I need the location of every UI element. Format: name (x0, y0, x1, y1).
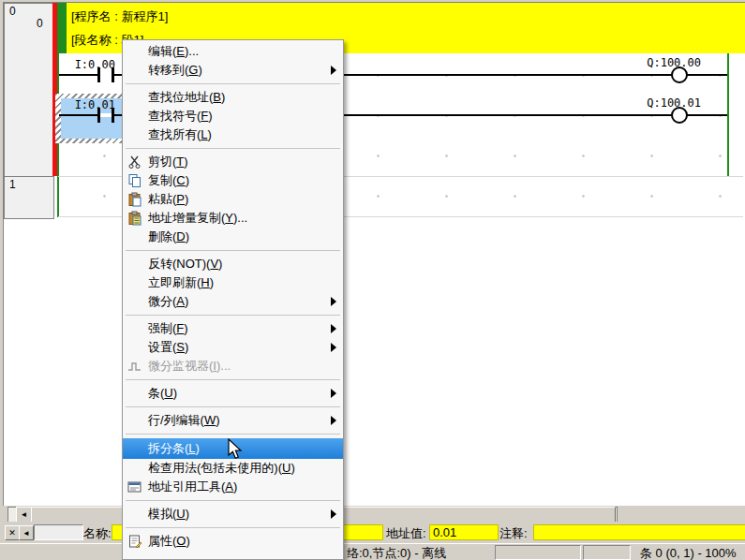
menu-item-3[interactable]: 查找位地址(B) (123, 88, 343, 107)
menu-separator (123, 496, 343, 505)
menu-item-label: 查找符号(F) (148, 108, 213, 125)
menu-separator (123, 246, 343, 255)
rung-number: 0 (9, 5, 16, 18)
menu-item-9[interactable]: 粘贴(P) (123, 190, 343, 209)
menu-separator (123, 523, 343, 532)
menu-item-label: 微分监视器(I)... (148, 358, 231, 375)
menu-item-7[interactable]: 剪切(T) (123, 153, 343, 171)
comment-label: 注释: (499, 525, 528, 542)
status-cell (495, 545, 581, 560)
close-button[interactable]: ✕ (5, 525, 20, 540)
properties-icon (127, 534, 142, 549)
menu-item-label: 模拟(U) (148, 506, 189, 523)
menu-item-label: 拆分条(L) (148, 440, 200, 457)
menu-item-label: 强制(F) (148, 320, 188, 337)
coil-label[interactable]: Q:100.00 (614, 56, 701, 69)
menu-item-label: 地址引用工具(A) (148, 479, 237, 495)
menu-item-27[interactable]: 地址引用工具(A) (123, 478, 343, 496)
rung-1-margin[interactable]: 1 (4, 176, 54, 219)
comment-field[interactable] (533, 524, 745, 540)
menu-item-21[interactable]: 条(U) (123, 384, 343, 403)
cursor-position-status: 条 0 (0, 1) - 100% (640, 545, 737, 560)
submenu-arrow-icon (331, 389, 336, 398)
rung-step-number: 0 (37, 17, 43, 30)
coil-label[interactable]: Q:100.01 (614, 96, 701, 110)
cx-programmer-window: 0 0 1 [程序名 : 新程序1] [段名称 : 段1] I:0.00 I:0… (0, 0, 745, 560)
scissors-icon (127, 155, 142, 169)
menu-item-13[interactable]: 反转(NOT)(V) (123, 255, 343, 273)
scroll-left-icon: ◄ (21, 510, 28, 519)
menu-item-19: 微分监视器(I)... (123, 357, 343, 376)
contact-gap (100, 113, 112, 117)
menu-item-14[interactable]: 立即刷新(H) (123, 273, 343, 292)
menu-item-label: 查找位地址(B) (148, 89, 225, 106)
menu-separator (123, 403, 343, 411)
menu-item-label: 属性(O) (148, 533, 190, 550)
symbol-bar: ✕ ◄ 名称: 地址值: 0.01 注释: (0, 522, 745, 543)
menu-item-17[interactable]: 强制(F) (123, 319, 343, 338)
paste-icon (127, 192, 142, 207)
coil-q10001[interactable] (671, 107, 688, 124)
menu-item-label: 复制(C) (148, 172, 189, 189)
symbol-selector[interactable] (34, 524, 83, 540)
mouse-cursor-icon (228, 438, 243, 461)
menu-item-label: 地址增量复制(Y)... (148, 210, 247, 227)
program-name-text: [程序名 : 新程序1] (71, 8, 168, 25)
coil-q10000[interactable] (671, 66, 688, 83)
close-icon: ✕ (8, 528, 16, 538)
menu-item-label: 反转(NOT)(V) (148, 256, 222, 273)
contact-gap (100, 73, 112, 77)
menu-item-18[interactable]: 设置(S) (123, 338, 343, 357)
menu-item-label: 立即刷新(H) (148, 274, 214, 291)
menu-item-0[interactable]: 编辑(E)... (123, 42, 343, 61)
contact-label[interactable]: I:0.00 (56, 58, 115, 71)
menu-item-4[interactable]: 查找符号(F) (123, 107, 343, 125)
menu-item-label: 检查用法(包括未使用的)(U) (148, 460, 295, 477)
menu-separator (123, 430, 343, 438)
name-label: 名称: (83, 525, 112, 542)
menu-item-label: 条(U) (148, 385, 177, 402)
rung-0-margin[interactable]: 0 0 (4, 3, 54, 178)
submenu-arrow-icon (331, 509, 336, 519)
contact-label[interactable]: I:0.01 (56, 98, 115, 111)
status-bar: 络:0,节点:0) - 离线 条 0 (0, 1) - 100% (0, 543, 745, 560)
menu-item-31[interactable]: 属性(O) (123, 532, 343, 551)
back-icon: ◄ (22, 529, 30, 538)
differential-monitor-icon (127, 359, 142, 374)
address-value-field[interactable]: 0.01 (429, 524, 499, 540)
menu-separator (123, 311, 343, 319)
address-label: 地址值: (386, 525, 426, 542)
context-menu: 编辑(E)...转移到(G)查找位地址(B)查找符号(F)查找所有(L)剪切(T… (122, 39, 344, 560)
menu-item-1[interactable]: 转移到(G) (123, 61, 343, 80)
rung-number: 1 (9, 178, 16, 191)
submenu-arrow-icon (331, 297, 336, 306)
section-marker-bar (57, 3, 67, 53)
menu-item-label: 微分(A) (148, 293, 188, 310)
menu-item-label: 粘贴(P) (148, 191, 188, 208)
menu-item-label: 行/列编辑(W) (148, 412, 220, 429)
menu-item-26[interactable]: 检查用法(包括未使用的)(U) (123, 459, 343, 478)
right-bus-rail (727, 53, 729, 176)
menu-separator (123, 144, 343, 153)
menu-item-11[interactable]: 删除(D) (123, 228, 343, 246)
submenu-arrow-icon (331, 416, 336, 425)
scroll-left-button[interactable]: ◄ (16, 507, 32, 523)
menu-item-label: 删除(D) (148, 228, 189, 245)
submenu-arrow-icon (331, 324, 336, 333)
submenu-arrow-icon (331, 343, 336, 352)
submenu-arrow-icon (331, 66, 336, 75)
menu-item-label: 设置(S) (148, 339, 188, 356)
paste-increment-icon (127, 211, 142, 226)
menu-item-29[interactable]: 模拟(U) (123, 505, 343, 523)
connection-status: 络:0,节点:0) - 离线 (347, 545, 446, 560)
menu-item-label: 转移到(G) (148, 62, 202, 79)
menu-item-10[interactable]: 地址增量复制(Y)... (123, 209, 343, 228)
menu-item-label: 编辑(E)... (148, 43, 199, 60)
menu-item-23[interactable]: 行/列编辑(W) (123, 411, 343, 430)
back-button[interactable]: ◄ (19, 525, 34, 540)
menu-item-5[interactable]: 查找所有(L) (123, 125, 343, 144)
menu-item-8[interactable]: 复制(C) (123, 171, 343, 190)
address-reference-icon (127, 479, 142, 494)
menu-item-15[interactable]: 微分(A) (123, 292, 343, 311)
menu-separator (123, 80, 343, 88)
